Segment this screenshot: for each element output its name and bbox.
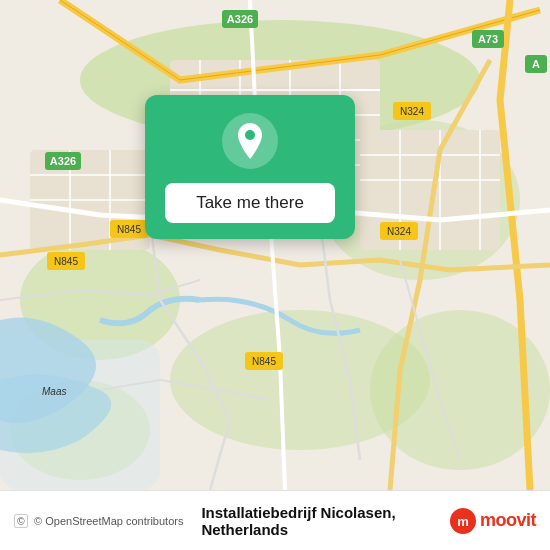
map-container: A326 A326 A73 N324 N324 N845 N845 N845 M… <box>0 0 550 490</box>
map-pin-icon <box>235 123 265 159</box>
svg-text:A326: A326 <box>50 155 76 167</box>
location-title: Installatiebedrijf Nicolasen, Netherland… <box>193 504 440 538</box>
osm-icon: © <box>14 514 28 528</box>
bottom-bar: © © OpenStreetMap contributors Installat… <box>0 490 550 550</box>
svg-text:A: A <box>532 58 540 70</box>
svg-text:N324: N324 <box>400 106 424 117</box>
svg-text:Maas: Maas <box>42 386 66 397</box>
svg-text:N324: N324 <box>387 226 411 237</box>
moovit-icon: m <box>450 508 476 534</box>
svg-text:A73: A73 <box>478 33 498 45</box>
moovit-text: moovit <box>480 510 536 531</box>
svg-text:N845: N845 <box>117 224 141 235</box>
svg-text:N845: N845 <box>252 356 276 367</box>
openstreetmap-attribution: © © OpenStreetMap contributors <box>14 514 183 528</box>
svg-text:A326: A326 <box>227 13 253 25</box>
svg-point-47 <box>245 130 255 140</box>
svg-text:m: m <box>457 514 469 529</box>
location-card[interactable]: Take me there <box>145 95 355 239</box>
moovit-logo: m moovit <box>450 508 536 534</box>
svg-text:N845: N845 <box>54 256 78 267</box>
take-me-there-button[interactable]: Take me there <box>165 183 335 223</box>
pin-icon-wrapper <box>222 113 278 169</box>
